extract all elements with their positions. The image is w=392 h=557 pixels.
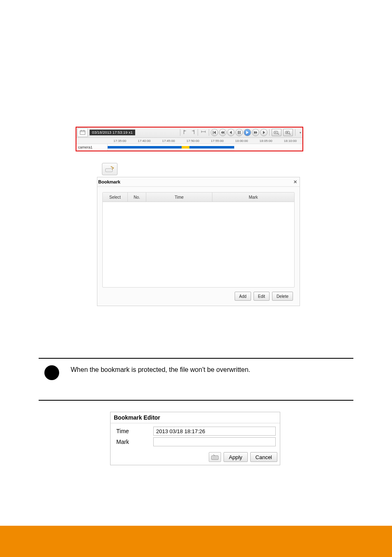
timeline-ruler: 17:35:00 17:40:00 17:45:00 17:50:00 17:5… (76, 138, 302, 144)
zoom-out-icon[interactable] (272, 129, 281, 136)
col-time[interactable]: Time (146, 193, 212, 202)
playback-timestamp: 03/18/2013 17:53:19 x1 (90, 130, 135, 135)
bookmark-tool-icon[interactable] (102, 163, 118, 175)
flag-start-icon[interactable] (183, 130, 188, 135)
bookmark-editor-title: Bookmark Editor (111, 412, 280, 423)
svg-rect-5 (194, 130, 194, 134)
svg-rect-10 (238, 131, 239, 134)
timeline-menu-dropdown[interactable]: ▾ (298, 130, 302, 135)
recording-bar-area[interactable] (108, 145, 302, 149)
svg-rect-0 (80, 131, 85, 135)
ruler-tick: 17:50:00 (181, 139, 205, 143)
page-footer-bar (0, 526, 392, 557)
delete-button[interactable]: Delete (272, 292, 293, 301)
channel-label: camera1 (76, 144, 108, 151)
timeline-track[interactable]: camera1 (76, 144, 302, 151)
cancel-button[interactable]: Cancel (250, 452, 277, 462)
svg-rect-8 (205, 131, 205, 133)
bookmark-panel-title: Bookmark (98, 179, 120, 184)
page-root: 03/18/2013 17:53:19 x1 (0, 0, 392, 557)
bookmark-panel: Bookmark ✕ Select No. Time Mark Add Edit… (97, 177, 300, 306)
ruler-tick: 18:05:00 (254, 139, 278, 143)
ruler-tick: 18:00:00 (229, 139, 254, 143)
svg-rect-7 (201, 131, 202, 133)
bookmark-table-header: Select No. Time Mark (103, 193, 294, 202)
bookmark-table-body (103, 202, 294, 287)
add-button[interactable]: Add (235, 292, 251, 301)
svg-rect-11 (240, 131, 240, 134)
zoom-in-icon[interactable] (283, 129, 293, 136)
editor-mark-label: Mark (116, 439, 149, 445)
svg-rect-21 (212, 456, 218, 460)
bookmark-tool-block (102, 163, 118, 175)
col-mark[interactable]: Mark (212, 193, 294, 202)
apply-button[interactable]: Apply (224, 452, 248, 462)
editor-time-field[interactable]: 2013 03/18 18:17:26 (153, 427, 276, 436)
calendar-icon[interactable] (77, 128, 88, 137)
svg-rect-2 (81, 130, 82, 131)
col-select[interactable]: Select (103, 193, 128, 202)
editor-time-label: Time (116, 428, 149, 434)
note-text: When the bookmark is protected, the file… (71, 366, 250, 374)
flag-end-icon[interactable] (190, 130, 195, 135)
svg-rect-9 (213, 131, 213, 134)
on-screen-keyboard-icon[interactable] (209, 452, 221, 462)
step-forward-button[interactable] (260, 129, 267, 136)
svg-line-16 (289, 134, 291, 135)
ruler-tick: 17:45:00 (157, 139, 181, 143)
pause-button[interactable] (235, 129, 243, 136)
editor-mark-field[interactable] (153, 437, 276, 446)
svg-rect-4 (184, 130, 184, 134)
timeline-toolbar: 03/18/2013 17:53:19 x1 (76, 128, 302, 138)
bookmark-editor-dialog: Bookmark Editor Time 2013 03/18 18:17:26… (110, 412, 280, 465)
recording-segment-continuous[interactable] (189, 146, 234, 149)
ruler-tick: 17:35:00 (108, 139, 132, 143)
close-icon[interactable]: ✕ (292, 179, 298, 185)
svg-line-13 (278, 134, 279, 135)
svg-rect-3 (83, 130, 84, 131)
ruler-tick: 18:10:00 (278, 139, 302, 143)
svg-rect-6 (201, 131, 205, 132)
recording-segment-continuous[interactable] (108, 146, 182, 149)
fast-forward-button[interactable] (252, 129, 259, 136)
note-divider (39, 358, 353, 401)
play-button[interactable] (244, 129, 251, 136)
recording-segment-event[interactable] (182, 146, 189, 149)
range-icon[interactable] (201, 130, 206, 135)
edit-button[interactable]: Edit (254, 292, 270, 301)
ruler-tick: 17:40:00 (132, 139, 156, 143)
col-no[interactable]: No. (128, 193, 146, 202)
playback-timeline: 03/18/2013 17:53:19 x1 (76, 127, 303, 151)
step-back-button[interactable] (227, 129, 235, 136)
note-bullet-icon (44, 365, 59, 380)
rewind-button[interactable] (219, 129, 226, 136)
ruler-tick: 17:55:00 (205, 139, 229, 143)
go-start-button[interactable] (211, 129, 218, 136)
